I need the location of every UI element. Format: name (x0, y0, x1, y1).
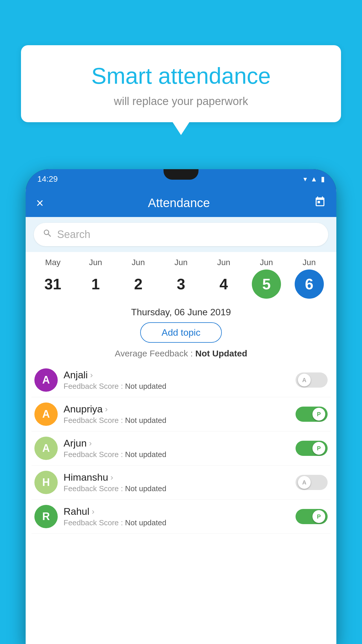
status-icons: ▾ ▲ ▮ (303, 175, 325, 183)
attendance-toggle-container[interactable]: P (296, 407, 328, 422)
attendance-toggle-container[interactable]: A (296, 475, 328, 490)
student-list: AAnjali ›Feedback Score : Not updatedAAA… (26, 363, 336, 534)
student-info: Anupriya ›Feedback Score : Not updated (64, 403, 296, 425)
student-feedback: Feedback Score : Not updated (64, 382, 296, 391)
search-placeholder: Search (57, 228, 90, 241)
app-header: × Attendance (26, 189, 336, 217)
student-info: Rahul ›Feedback Score : Not updated (64, 506, 296, 527)
search-container: Search (26, 217, 336, 252)
student-name: Arjun › (64, 438, 296, 449)
student-feedback: Feedback Score : Not updated (64, 450, 296, 459)
student-item-3[interactable]: HHimanshu ›Feedback Score : Not updatedA (31, 466, 331, 500)
chevron-icon: › (105, 405, 108, 414)
student-avatar: R (34, 505, 58, 528)
date-item-0[interactable]: May31 (34, 258, 72, 299)
student-item-0[interactable]: AAnjali ›Feedback Score : Not updatedA (31, 363, 331, 397)
attendance-toggle[interactable]: A (296, 372, 328, 388)
date-item-3[interactable]: Jun3 (162, 258, 200, 299)
student-name: Anupriya › (64, 403, 296, 415)
speech-bubble-container: Smart attendance will replace your paper… (21, 45, 341, 122)
date-number: 6 (295, 270, 324, 299)
attendance-toggle[interactable]: P (296, 509, 328, 524)
chevron-icon: › (90, 370, 93, 380)
attendance-toggle-container[interactable]: A (296, 372, 328, 388)
wifi-icon: ▾ (303, 175, 307, 183)
speech-bubble: Smart attendance will replace your paper… (21, 45, 341, 122)
date-number: 3 (166, 270, 196, 299)
student-feedback: Feedback Score : Not updated (64, 484, 296, 493)
student-info: Arjun ›Feedback Score : Not updated (64, 438, 296, 459)
date-month: Jun (89, 258, 102, 267)
date-item-1[interactable]: Jun1 (77, 258, 115, 299)
date-number: 5 (252, 270, 281, 299)
attendance-toggle[interactable]: P (296, 441, 328, 456)
battery-icon: ▮ (321, 175, 325, 183)
signal-icon: ▲ (310, 175, 317, 183)
toggle-knob: A (298, 374, 311, 386)
toggle-knob: A (298, 476, 311, 489)
date-month: Jun (260, 258, 273, 267)
close-button[interactable]: × (36, 196, 44, 210)
phone-notch (164, 169, 198, 180)
student-name: Himanshu › (64, 472, 296, 483)
header-title: Attendance (148, 196, 210, 210)
phone-screen: × Attendance Search May31Jun1Jun2Jun3Jun (26, 189, 336, 644)
date-item-5[interactable]: Jun5 (247, 258, 285, 299)
student-feedback: Feedback Score : Not updated (64, 518, 296, 527)
selected-date-label: Thursday, 06 June 2019 (26, 307, 336, 318)
chevron-icon: › (110, 473, 113, 482)
student-avatar: H (34, 471, 58, 494)
student-item-1[interactable]: AAnupriya ›Feedback Score : Not updatedP (31, 397, 331, 431)
chevron-icon: › (89, 439, 92, 448)
search-icon (43, 228, 52, 241)
student-avatar: A (34, 368, 58, 392)
toggle-knob: P (312, 408, 325, 421)
speech-bubble-subtitle: will replace your paperwork (33, 95, 329, 108)
student-info: Himanshu ›Feedback Score : Not updated (64, 472, 296, 493)
date-number: 1 (81, 270, 110, 299)
date-month: Jun (132, 258, 145, 267)
student-item-4[interactable]: RRahul ›Feedback Score : Not updatedP (31, 500, 331, 534)
student-info: Anjali ›Feedback Score : Not updated (64, 369, 296, 391)
date-number: 2 (124, 270, 153, 299)
student-avatar: A (34, 402, 58, 426)
date-item-4[interactable]: Jun4 (205, 258, 243, 299)
attendance-toggle-container[interactable]: P (296, 509, 328, 524)
toggle-knob: P (312, 442, 325, 455)
date-month: Jun (174, 258, 187, 267)
student-item-2[interactable]: AArjun ›Feedback Score : Not updatedP (31, 431, 331, 466)
student-name: Anjali › (64, 369, 296, 381)
phone-frame: 14:29 ▾ ▲ ▮ × Attendance (26, 169, 336, 644)
calendar-icon[interactable] (314, 196, 326, 210)
date-month: Jun (217, 258, 230, 267)
date-month: Jun (303, 258, 316, 267)
speech-bubble-title: Smart attendance (33, 63, 329, 89)
date-number: 4 (209, 270, 238, 299)
date-strip: May31Jun1Jun2Jun3Jun4Jun5Jun6 (26, 252, 336, 299)
date-item-2[interactable]: Jun2 (119, 258, 157, 299)
date-month: May (45, 258, 61, 267)
add-topic-button[interactable]: Add topic (140, 322, 222, 343)
student-avatar: A (34, 437, 58, 460)
attendance-toggle[interactable]: A (296, 475, 328, 490)
avg-feedback: Average Feedback : Not Updated (26, 349, 336, 358)
student-name: Rahul › (64, 506, 296, 517)
date-item-6[interactable]: Jun6 (290, 258, 328, 299)
toggle-knob: P (312, 510, 325, 523)
attendance-toggle-container[interactable]: P (296, 441, 328, 456)
student-feedback: Feedback Score : Not updated (64, 416, 296, 425)
chevron-icon: › (92, 507, 94, 516)
date-number: 31 (38, 270, 67, 299)
status-time: 14:29 (37, 174, 58, 184)
attendance-toggle[interactable]: P (296, 407, 328, 422)
search-bar[interactable]: Search (34, 223, 328, 246)
